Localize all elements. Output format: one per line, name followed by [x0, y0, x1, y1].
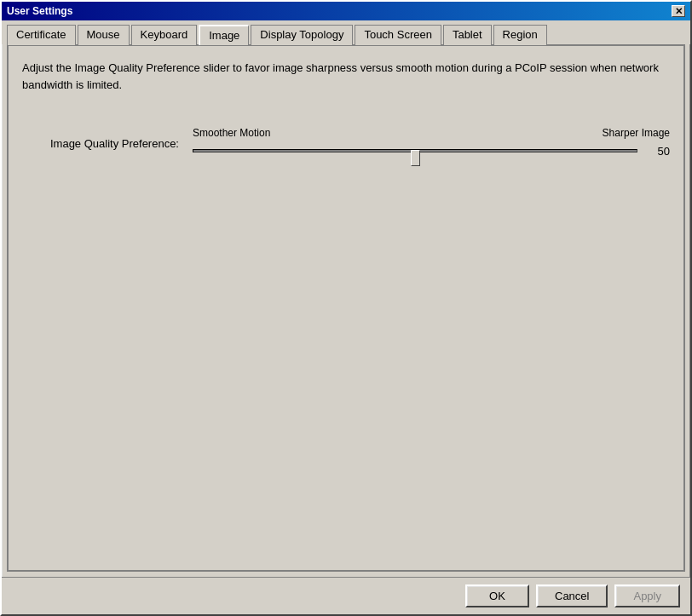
- slider-left-label: Smoother Motion: [193, 127, 270, 139]
- tab-image[interactable]: Image: [199, 25, 249, 45]
- tab-content: Adjust the Image Quality Preference slid…: [7, 44, 685, 572]
- slider-container: Smoother Motion Sharper Image 50: [193, 127, 670, 159]
- tab-region[interactable]: Region: [493, 25, 547, 45]
- slider-track-container: [193, 142, 637, 159]
- window-title: User Settings: [7, 5, 72, 17]
- close-button[interactable]: ✕: [672, 5, 685, 17]
- tab-certificate[interactable]: Certificate: [7, 25, 76, 45]
- tab-display-topology[interactable]: Display Topology: [251, 25, 353, 45]
- quality-slider[interactable]: [193, 142, 637, 159]
- bottom-section: OK Cancel Apply: [2, 577, 690, 614]
- slider-value-display: 50: [644, 145, 670, 158]
- user-settings-window: User Settings ✕ Certificate Mouse Keyboa…: [0, 0, 692, 616]
- title-bar: User Settings ✕: [2, 2, 690, 20]
- tab-mouse[interactable]: Mouse: [78, 25, 130, 45]
- tab-keyboard[interactable]: Keyboard: [131, 25, 198, 45]
- slider-right-label: Sharper Image: [603, 127, 670, 139]
- tab-tablet[interactable]: Tablet: [443, 25, 492, 45]
- quality-preference-label: Image Quality Preference:: [22, 137, 193, 150]
- slider-wrapper: 50: [193, 142, 670, 159]
- cancel-button[interactable]: Cancel: [536, 584, 608, 607]
- quality-preference-row: Image Quality Preference: Smoother Motio…: [22, 127, 670, 159]
- tab-touch-screen[interactable]: Touch Screen: [355, 25, 441, 45]
- slider-labels: Smoother Motion Sharper Image: [193, 127, 670, 139]
- button-row: OK Cancel Apply: [2, 577, 690, 614]
- tab-bar: Certificate Mouse Keyboard Image Display…: [2, 20, 690, 44]
- apply-button[interactable]: Apply: [614, 584, 680, 607]
- description-text: Adjust the Image Quality Preference slid…: [22, 60, 670, 93]
- ok-button[interactable]: OK: [465, 584, 529, 607]
